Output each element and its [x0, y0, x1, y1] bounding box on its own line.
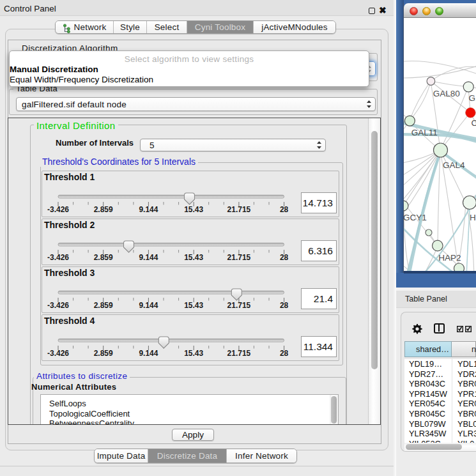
- svg-text:GAL4: GAL4: [443, 160, 465, 170]
- svg-text:15.43: 15.43: [184, 301, 203, 310]
- svg-text:15.43: 15.43: [184, 253, 203, 262]
- svg-text:-3.426: -3.426: [47, 349, 69, 358]
- svg-text:15.43: 15.43: [184, 205, 203, 214]
- svg-text:9.144: 9.144: [139, 205, 158, 214]
- svg-text:GCY1: GCY1: [404, 213, 427, 222]
- svg-text:9.144: 9.144: [139, 349, 158, 358]
- svg-text:15.43: 15.43: [184, 349, 203, 358]
- svg-text:28: 28: [280, 301, 289, 310]
- svg-text:GAL80: GAL80: [433, 89, 460, 98]
- svg-text:21.715: 21.715: [227, 205, 251, 214]
- svg-text:28: 28: [280, 253, 289, 262]
- svg-text:28: 28: [280, 349, 289, 358]
- svg-text:2.859: 2.859: [94, 253, 113, 262]
- svg-text:21.715: 21.715: [227, 301, 251, 310]
- svg-text:H: H: [470, 213, 476, 222]
- svg-text:GAL11: GAL11: [411, 128, 438, 137]
- svg-text:-3.426: -3.426: [47, 205, 69, 214]
- svg-text:2.859: 2.859: [94, 301, 113, 310]
- svg-text:-3.426: -3.426: [47, 301, 69, 310]
- svg-text:9.144: 9.144: [139, 301, 158, 310]
- svg-text:28: 28: [280, 205, 289, 214]
- svg-text:G.: G.: [469, 93, 476, 103]
- svg-text:21.715: 21.715: [227, 253, 251, 262]
- svg-text:21.715: 21.715: [227, 349, 251, 358]
- svg-text:2.859: 2.859: [94, 349, 113, 358]
- svg-text:-3.426: -3.426: [47, 253, 69, 262]
- svg-text:HAP2: HAP2: [438, 253, 461, 263]
- svg-text:9.144: 9.144: [139, 253, 158, 262]
- svg-text:2.859: 2.859: [94, 205, 113, 214]
- svg-text:C: C: [472, 118, 476, 128]
